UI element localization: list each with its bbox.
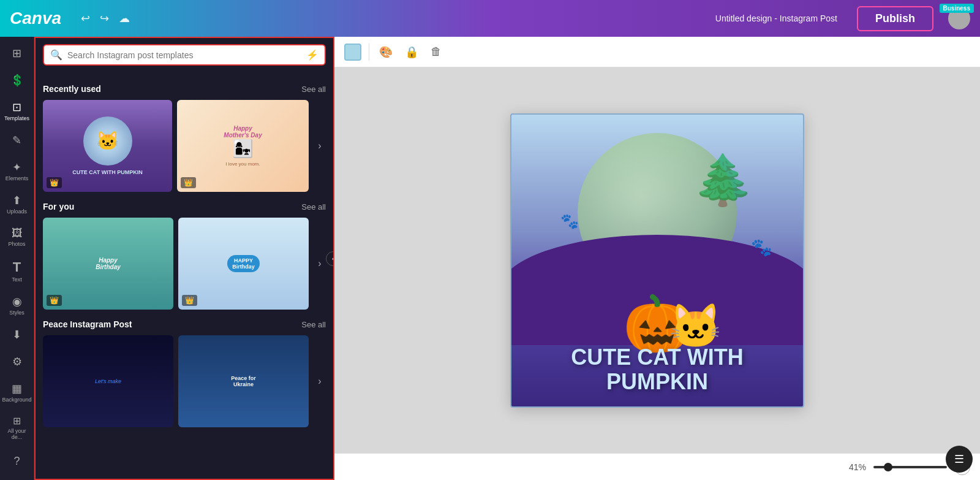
bday1-text: HappyBirthday <box>96 257 121 270</box>
template-cute-cat[interactable]: 🐱 CUTE CAT WITH PUMPKIN 👑 <box>43 100 172 192</box>
canvas-design-title: CUTE CAT WITH PUMPKIN <box>511 345 803 394</box>
sidebar-item-templates[interactable]: ⊡ Templates <box>0 96 34 126</box>
cat-circle: 🐱 <box>83 116 132 166</box>
design-canvas[interactable]: 🌲 🐾 🐾 🎃 🐱 CUTE CAT WITH PUMPKIN <box>510 113 804 408</box>
template-birthday2[interactable]: HAPPYBirthday 👑 <box>178 218 309 310</box>
sidebar-item-help[interactable]: ? <box>0 450 34 474</box>
canvas-toolbar: 🎨 🔒 🗑 <box>334 37 980 67</box>
template-peace2[interactable]: Peace forUkraine <box>178 335 309 427</box>
for-you-grid: HappyBirthday 👑 HAPPYBirthday 👑 › <box>43 218 326 310</box>
recently-used-see-all[interactable]: See all <box>301 85 326 94</box>
premium-crown-2: 👑 <box>181 177 196 188</box>
color-swatch[interactable] <box>344 44 361 61</box>
canvas-paw1: 🐾 <box>560 213 579 230</box>
filter-icon[interactable]: ⚡ <box>306 49 318 61</box>
for-you-next-arrow[interactable]: › <box>314 218 326 310</box>
peace-next-arrow[interactable]: › <box>314 335 326 427</box>
sidebar-item-comments[interactable]: ✎ <box>0 129 34 153</box>
canvas-bottom: 41% ? <box>334 453 980 480</box>
chat-button[interactable]: ☰ <box>946 446 973 473</box>
canvas-tree: 🌲 <box>693 151 754 209</box>
peace-post-see-all[interactable]: See all <box>301 320 326 329</box>
peace-post-title: Peace Instagram Post <box>43 319 132 329</box>
canva-logo: Canva <box>10 9 61 28</box>
sidebar-item-downloads[interactable]: ⬇ <box>0 323 34 348</box>
icon-sidebar: ⊞ 💲 ⊡ Templates ✎ ✦ Elements ⬆ Uploads 🖼… <box>0 37 34 480</box>
sidebar-item-photos[interactable]: 🖼 Photos <box>0 222 34 252</box>
mothers-illustration: 👩‍👧 <box>232 139 254 159</box>
peace-post-header: Peace Instagram Post See all <box>43 319 326 329</box>
topbar: Canva ↩ ↪ ☁ Untitled design - Instagram … <box>0 0 980 37</box>
search-bar: 🔍 ⚡ <box>36 38 333 72</box>
for-you-see-all[interactable]: See all <box>301 202 326 211</box>
premium-crown-4: 👑 <box>182 295 197 306</box>
canvas-paw2: 🐾 <box>751 237 772 257</box>
template-mothers-day[interactable]: Happy Mother's Day 👩‍👧 I love you mom. 👑 <box>177 100 309 192</box>
delete-button[interactable]: 🗑 <box>428 43 444 61</box>
design-title: Untitled design - Instagram Post <box>715 13 837 23</box>
toolbar-separator <box>369 44 369 61</box>
template-birthday1[interactable]: HappyBirthday 👑 <box>43 218 173 310</box>
sidebar-item-text[interactable]: T Text <box>0 254 34 288</box>
sidebar-item-uploads[interactable]: ⬆ Uploads <box>0 189 34 219</box>
template-peace1[interactable]: Let's make <box>43 335 173 427</box>
redo-button[interactable]: ↪ <box>100 12 109 25</box>
paint-tool-button[interactable]: 🎨 <box>377 43 395 61</box>
business-badge: Business <box>940 4 974 13</box>
search-container: 🔍 ⚡ <box>43 44 326 66</box>
for-you-header: For you See all <box>43 202 326 211</box>
lock-button[interactable]: 🔒 <box>402 43 421 61</box>
canvas-cat-area: 🎃 🐱 <box>623 296 692 351</box>
bday2-text: HAPPYBirthday <box>227 255 260 272</box>
search-icon: 🔍 <box>50 49 62 61</box>
search-input[interactable] <box>67 50 301 60</box>
zoom-slider[interactable] <box>873 466 947 468</box>
sidebar-item-background[interactable]: ▦ Background <box>0 377 34 408</box>
sidebar-item-money[interactable]: 💲 <box>0 69 34 93</box>
publish-button[interactable]: Publish <box>857 6 933 31</box>
sidebar-item-all-designs[interactable]: ⊞ All your de... <box>0 410 34 445</box>
sidebar-item-power[interactable]: ⏻ <box>0 476 34 480</box>
sidebar-item-styles[interactable]: ◉ Styles <box>0 290 34 321</box>
cat-title: CUTE CAT WITH PUMPKIN <box>72 169 142 176</box>
undo-button[interactable]: ↩ <box>81 12 90 25</box>
peace1-text: Let's make <box>95 378 121 384</box>
mothers-sub: I love you mom. <box>225 161 260 167</box>
recently-used-next-arrow[interactable]: › <box>314 100 326 192</box>
panel-sidebar: 🔍 ⚡ Recently used See all 🐱 CUTE CAT WIT… <box>34 37 334 480</box>
save-to-cloud-button[interactable]: ☁ <box>119 12 130 25</box>
recently-used-title: Recently used <box>43 84 101 94</box>
template-panel: Recently used See all 🐱 CUTE CAT WITH PU… <box>36 72 333 479</box>
canvas-area: 🎨 🔒 🗑 🌲 🐾 🐾 🎃 🐱 <box>334 37 980 480</box>
mothers-title2: Mother's Day <box>224 132 262 139</box>
premium-crown-3: 👑 <box>47 295 62 306</box>
recently-used-grid: 🐱 CUTE CAT WITH PUMPKIN 👑 Happy Mother's… <box>43 100 326 192</box>
peace-post-grid: Let's make Peace forUkraine › <box>43 335 326 427</box>
main-layout: ⊞ 💲 ⊡ Templates ✎ ✦ Elements ⬆ Uploads 🖼… <box>0 37 980 480</box>
sidebar-item-elements[interactable]: ✦ Elements <box>0 156 34 186</box>
recently-used-header: Recently used See all <box>43 84 326 94</box>
canvas-scroll: 🌲 🐾 🐾 🎃 🐱 CUTE CAT WITH PUMPKIN <box>334 67 980 453</box>
sidebar-item-settings[interactable]: ⚙ <box>0 350 34 375</box>
canvas-cat: 🐱 <box>669 301 722 351</box>
premium-crown-1: 👑 <box>47 177 62 188</box>
for-you-title: For you <box>43 202 74 211</box>
zoom-level: 41% <box>849 462 866 472</box>
sidebar-item-apps[interactable]: ⊞ <box>0 42 34 66</box>
peace2-text: Peace forUkraine <box>231 375 256 387</box>
mothers-title: Happy <box>233 125 252 132</box>
